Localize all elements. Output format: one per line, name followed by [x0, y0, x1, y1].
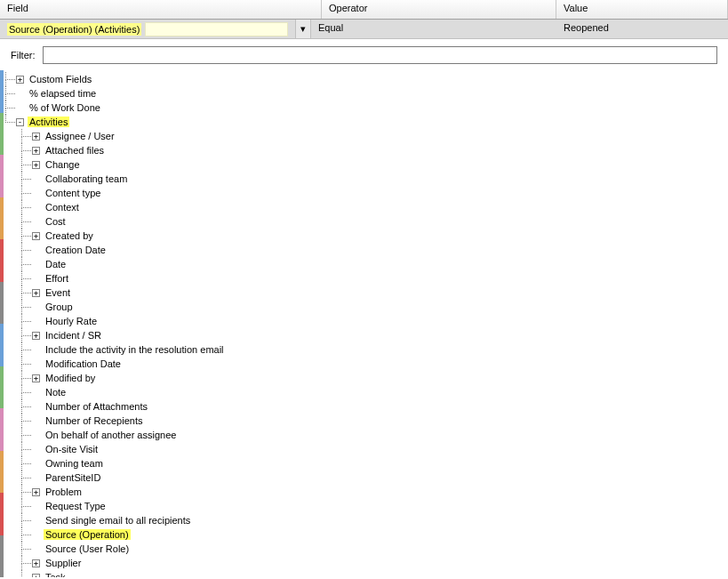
condition-field-cell[interactable]: Source (Operation) (Activities): [0, 20, 295, 38]
tree-node[interactable]: Source (User Role): [32, 542, 728, 556]
tree-node[interactable]: +Custom Fields: [16, 72, 728, 86]
expand-icon[interactable]: +: [32, 232, 40, 240]
field-tree: +Custom Fields% elapsed time% of Work Do…: [0, 70, 728, 577]
tree-node[interactable]: Source (Operation): [32, 527, 728, 542]
chevron-down-icon: ▾: [300, 23, 306, 35]
tree-node[interactable]: -Activities+Assignee / User+Attached fil…: [16, 115, 728, 577]
tree-node[interactable]: Owning team: [32, 456, 728, 470]
sidebar-color-strip: [0, 70, 4, 577]
tree-node[interactable]: Effort: [32, 271, 728, 285]
tree-node[interactable]: +Modified by: [32, 371, 728, 385]
grid-header: Field Operator Value: [0, 0, 728, 20]
filter-input[interactable]: [43, 46, 718, 64]
tree-node-label: Owning team: [44, 458, 105, 469]
tree-node-label: Note: [44, 387, 68, 398]
tree-node-label: Assignee / User: [44, 131, 116, 141]
expand-icon[interactable]: +: [32, 147, 40, 155]
tree-node[interactable]: Date: [32, 257, 728, 271]
tree-node-label: Attached files: [44, 145, 106, 156]
tree-node[interactable]: Collaborating team: [32, 172, 728, 186]
column-header-operator[interactable]: Operator: [322, 0, 556, 19]
tree-node[interactable]: +Supplier: [32, 556, 728, 570]
tree-node-label: Group: [44, 302, 75, 312]
tree-node[interactable]: +Change: [32, 157, 728, 172]
tree-node[interactable]: Content type: [32, 186, 728, 200]
tree-node[interactable]: +Created by: [32, 229, 728, 243]
collapse-icon[interactable]: -: [16, 118, 24, 126]
tree-node-label: Effort: [44, 273, 70, 284]
field-dropdown-button[interactable]: ▾: [295, 20, 311, 38]
tree-node[interactable]: +Incident / SR: [32, 328, 728, 342]
tree-node[interactable]: Request Type: [32, 499, 728, 513]
tree-node[interactable]: On-site Visit: [32, 442, 728, 456]
tree-node[interactable]: Send single email to all recipients: [32, 513, 728, 527]
tree-node[interactable]: Modification Date: [32, 357, 728, 371]
tree-node-label: Include the activity in the resolution e…: [44, 344, 226, 355]
expand-icon[interactable]: +: [32, 161, 40, 169]
expand-icon[interactable]: +: [32, 559, 40, 567]
tree-node-label: % of Work Done: [28, 102, 102, 113]
condition-field-text: Source (Operation) (Activities): [7, 23, 141, 36]
expand-icon[interactable]: +: [32, 332, 40, 340]
tree-node-label: On-site Visit: [44, 444, 100, 454]
tree-node-label: Hourly Rate: [44, 316, 99, 326]
tree-node[interactable]: Number of Attachments: [32, 399, 728, 414]
tree-node[interactable]: +Attached files: [32, 143, 728, 157]
tree-node-label: Content type: [44, 188, 102, 198]
tree-node-label: Modified by: [44, 373, 97, 383]
tree-node-label: Cost: [44, 216, 68, 227]
tree-node-label: Send single email to all recipients: [44, 515, 192, 526]
tree-node-label: Collaborating team: [44, 173, 129, 184]
tree-node[interactable]: +Task: [32, 570, 728, 577]
column-header-field[interactable]: Field: [0, 0, 322, 19]
column-header-value[interactable]: Value: [556, 0, 728, 19]
expand-icon[interactable]: +: [32, 289, 40, 297]
tree-node[interactable]: Include the activity in the resolution e…: [32, 342, 728, 357]
tree-node[interactable]: ParentSiteID: [32, 470, 728, 485]
tree-node-label: ParentSiteID: [44, 472, 102, 483]
expand-icon[interactable]: +: [32, 574, 40, 577]
tree-node[interactable]: Hourly Rate: [32, 314, 728, 328]
condition-value-cell[interactable]: Reopened: [556, 20, 728, 38]
tree-node[interactable]: Number of Recepients: [32, 414, 728, 428]
filter-label: Filter:: [11, 50, 36, 60]
tree-node[interactable]: Context: [32, 200, 728, 214]
expand-icon[interactable]: +: [32, 374, 40, 382]
tree-node-label: Supplier: [44, 558, 83, 568]
tree-node-label: On behalf of another assignee: [44, 430, 178, 440]
tree-node[interactable]: +Event: [32, 285, 728, 300]
expand-icon[interactable]: +: [32, 133, 40, 141]
tree-node-label: Activities: [28, 117, 69, 127]
condition-operator-cell[interactable]: Equal: [311, 20, 556, 38]
tree-node-label: Problem: [44, 487, 84, 497]
filter-bar: Filter:: [0, 39, 728, 70]
tree-node-label: Created by: [44, 230, 95, 241]
tree-node-label: Modification Date: [44, 358, 123, 369]
expand-icon[interactable]: +: [32, 488, 40, 496]
tree-node-label: Context: [44, 202, 81, 213]
field-input-area[interactable]: [145, 22, 288, 36]
tree-node-label: Source (Operation): [44, 529, 131, 540]
tree-node[interactable]: Cost: [32, 214, 728, 229]
tree-node-label: Creation Date: [44, 245, 108, 255]
tree-node-label: Event: [44, 287, 72, 298]
tree-node[interactable]: Group: [32, 300, 728, 314]
tree-node-label: % elapsed time: [28, 88, 98, 99]
expand-icon[interactable]: +: [16, 76, 24, 84]
tree-node[interactable]: +Assignee / User: [32, 129, 728, 143]
tree-node[interactable]: +Problem: [32, 485, 728, 499]
tree-node-label: Source (User Role): [44, 543, 131, 554]
tree-node[interactable]: On behalf of another assignee: [32, 428, 728, 442]
tree-node-label: Task: [44, 572, 68, 577]
tree-node-label: Number of Attachments: [44, 401, 149, 412]
tree-node[interactable]: % of Work Done: [16, 101, 728, 115]
tree-node-label: Change: [44, 159, 82, 170]
tree-node-label: Request Type: [44, 501, 108, 511]
tree-node-label: Custom Fields: [28, 74, 93, 84]
tree-node[interactable]: Creation Date: [32, 243, 728, 257]
filter-condition-row: Source (Operation) (Activities) ▾ Equal …: [0, 20, 728, 39]
tree-node[interactable]: % elapsed time: [16, 86, 728, 101]
tree-node-label: Incident / SR: [44, 330, 103, 341]
tree-node[interactable]: Note: [32, 385, 728, 399]
tree-node-label: Date: [44, 259, 68, 269]
